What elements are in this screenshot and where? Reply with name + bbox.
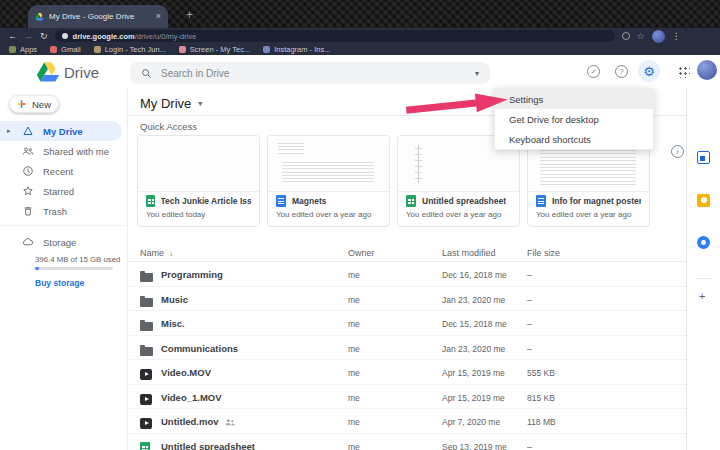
file-thumbnail xyxy=(138,136,259,192)
file-row[interactable]: Video_1.MOV me Apr 15, 2019 me 815 KB xyxy=(128,385,686,410)
my-drive-icon xyxy=(22,125,34,137)
url-text: drive.google.com/drive/u/0/my-drive xyxy=(73,32,197,41)
new-tab-button[interactable]: + xyxy=(186,8,193,22)
card-file-subtitle: You edited over a year ago xyxy=(528,209,649,220)
buy-storage-link[interactable]: Buy storage xyxy=(35,278,84,288)
bookmark-star-icon[interactable]: ☆ xyxy=(637,32,645,41)
file-size: 815 KB xyxy=(527,393,555,403)
file-last-modified: Dec 16, 2018 me xyxy=(442,270,507,280)
offline-status-icon[interactable]: ✓ xyxy=(587,65,600,78)
star-icon xyxy=(22,185,34,197)
new-button[interactable]: New xyxy=(9,95,59,113)
drive-favicon xyxy=(35,13,44,21)
file-last-modified: Jan 23, 2020 me xyxy=(442,344,505,354)
sidebar-item-label: Recent xyxy=(43,166,73,177)
card-file-title: Info for magnet poster xyxy=(552,196,641,206)
bookmark-item[interactable]: Screen - My Tec... xyxy=(179,45,250,54)
bookmark-label: Instagram - Ins... xyxy=(274,45,330,54)
file-row[interactable]: Video.MOV me Apr 15, 2019 me 555 KB xyxy=(128,360,686,385)
browser-profile-avatar[interactable] xyxy=(652,30,665,43)
account-avatar[interactable] xyxy=(697,60,717,80)
bookmark-favicon xyxy=(263,46,270,53)
settings-menu-item[interactable]: Keyboard shortcuts xyxy=(495,129,653,149)
quick-access-card[interactable]: Magnets You edited over a year ago xyxy=(267,135,390,227)
refresh-icon[interactable]: ↻ xyxy=(40,32,48,41)
tab-close-icon[interactable]: × xyxy=(156,12,161,21)
menu-item-label: Keyboard shortcuts xyxy=(509,134,591,145)
file-type-icon xyxy=(536,195,546,207)
new-button-label: New xyxy=(32,99,51,110)
quick-access-label: Quick Access xyxy=(140,121,197,132)
file-row[interactable]: Untitled spreadsheet me Sep 13, 2019 me … xyxy=(128,434,686,450)
sidebar-item-shared-with-me[interactable]: Shared with me xyxy=(0,141,122,161)
bookmark-item[interactable]: Instagram - Ins... xyxy=(263,45,330,54)
column-header-file-size[interactable]: File size xyxy=(527,248,560,258)
sidebar-item-recent[interactable]: Recent xyxy=(0,161,122,181)
add-side-panel-app-icon[interactable]: + xyxy=(699,290,705,302)
column-header-name[interactable]: Name ↓ xyxy=(140,248,173,258)
file-owner: me xyxy=(348,393,360,403)
quick-access-card[interactable]: Tech Junkie Article Issues You edited to… xyxy=(137,135,260,227)
forward-icon[interactable]: → xyxy=(24,32,33,41)
file-last-modified: Apr 15, 2019 me xyxy=(442,393,505,403)
file-row[interactable]: Untitled.mov me Apr 7, 2020 me 118 MB xyxy=(128,409,686,434)
tasks-icon[interactable] xyxy=(697,236,710,249)
file-name: Communications xyxy=(161,343,238,354)
bookmark-item[interactable]: Login - Tech Jun... xyxy=(94,45,166,54)
extension-icon[interactable] xyxy=(622,32,630,40)
search-bar[interactable]: Search in Drive ▾ xyxy=(130,62,490,84)
file-row[interactable]: Communications me Jan 23, 2020 me – xyxy=(128,336,686,361)
calendar-icon[interactable] xyxy=(697,151,710,164)
sidebar-item-trash[interactable]: Trash xyxy=(0,201,122,221)
sidebar-item-storage[interactable]: Storage xyxy=(0,233,122,251)
bookmark-favicon xyxy=(94,46,101,53)
file-name: Video_1.MOV xyxy=(161,392,222,403)
url-bar[interactable]: drive.google.com/drive/u/0/my-drive xyxy=(55,30,615,42)
people-icon xyxy=(22,145,34,157)
file-table-header: Name ↓ Owner Last modified File size xyxy=(128,245,686,262)
card-file-title: Tech Junkie Article Issues xyxy=(161,196,251,206)
expander-icon[interactable]: ▸ xyxy=(7,127,11,135)
gear-icon: ⚙ xyxy=(643,65,655,78)
file-owner: me xyxy=(348,295,360,305)
card-file-subtitle: You edited over a year ago xyxy=(398,209,519,220)
browser-menu-icon[interactable]: ⋮ xyxy=(672,31,681,41)
site-info-icon[interactable] xyxy=(62,33,68,39)
bookmark-favicon xyxy=(50,46,57,53)
sidebar-item-starred[interactable]: Starred xyxy=(0,181,122,201)
bookmark-item[interactable]: Apps xyxy=(9,45,37,54)
sidebar-item-my-drive[interactable]: ▸ My Drive xyxy=(0,121,122,141)
bookmark-favicon xyxy=(179,46,186,53)
file-type-icon xyxy=(140,273,153,282)
browser-tab[interactable]: My Drive - Google Drive × xyxy=(28,5,168,28)
file-last-modified: Sep 13, 2019 me xyxy=(442,442,507,450)
details-info-icon[interactable]: i xyxy=(671,145,684,158)
google-apps-grid-icon[interactable] xyxy=(678,66,690,78)
keep-icon[interactable] xyxy=(697,194,710,207)
column-header-last-modified[interactable]: Last modified xyxy=(442,248,496,258)
file-size: – xyxy=(527,442,532,450)
page-title[interactable]: My Drive ▾ xyxy=(140,96,202,111)
help-icon[interactable]: ? xyxy=(615,65,628,78)
file-row[interactable]: Programming me Dec 16, 2018 me – xyxy=(128,262,686,287)
storage-label: Storage xyxy=(43,237,76,248)
column-header-owner[interactable]: Owner xyxy=(348,248,375,258)
search-icon xyxy=(141,68,152,79)
drive-logo-icon[interactable] xyxy=(36,62,60,83)
file-type-icon xyxy=(140,369,152,380)
search-options-caret-icon[interactable]: ▾ xyxy=(475,69,479,78)
screen: My Drive - Google Drive × + ← → ↻ drive.… xyxy=(0,0,720,450)
settings-gear-button[interactable]: ⚙ xyxy=(638,60,660,82)
bookmark-item[interactable]: Gmail xyxy=(50,45,81,54)
back-icon[interactable]: ← xyxy=(8,32,17,41)
file-row[interactable]: Music me Jan 23, 2020 me – xyxy=(128,287,686,312)
file-type-icon xyxy=(140,442,150,450)
file-owner: me xyxy=(348,270,360,280)
file-owner: me xyxy=(348,344,360,354)
side-panel-divider xyxy=(686,88,687,450)
file-type-icon xyxy=(146,195,155,207)
search-input[interactable]: Search in Drive xyxy=(161,68,466,79)
sidebar-item-label: My Drive xyxy=(43,126,83,137)
file-row[interactable]: Misc. me Dec 15, 2018 me – xyxy=(128,311,686,336)
file-size: 555 KB xyxy=(527,368,555,378)
